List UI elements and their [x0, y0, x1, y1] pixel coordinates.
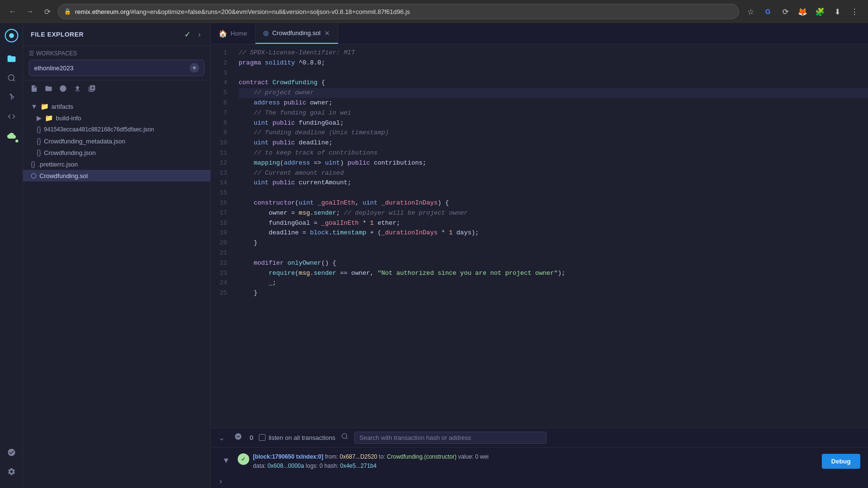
- folder-icon: 📁: [40, 103, 49, 110]
- code-line-16: constructor(uint _goalInEth, uint _durat…: [239, 198, 868, 208]
- code-line-14: uint public currentAmount;: [239, 178, 868, 188]
- tab-home-label: Home: [230, 30, 247, 37]
- svg-point-4: [342, 434, 347, 438]
- tree-item-json-3[interactable]: {} Crowdfunding.json: [23, 147, 210, 158]
- collapse-btn[interactable]: ⌄: [217, 432, 227, 443]
- log-text: [block:1790650 txIndex:0] from: 0x687...…: [253, 452, 489, 471]
- ext-google-btn[interactable]: G: [760, 4, 776, 19]
- tree-item-artifacts[interactable]: ▼ 📁 artifacts: [23, 101, 210, 112]
- file-code-icon-4: {}: [31, 160, 35, 168]
- code-line-2: pragma solidity ^0.8.0;: [239, 58, 868, 68]
- line-num-19: 19: [215, 228, 227, 238]
- sidebar-item-compile[interactable]: [3, 108, 20, 125]
- upload-btn[interactable]: [72, 83, 83, 96]
- code-pragma: pragma: [239, 58, 265, 68]
- line-numbers: 1 2 3 4 5 6 7 8 9 10 11 12 13 14 15 16 1…: [211, 44, 235, 428]
- load-btn[interactable]: [87, 83, 97, 96]
- log-to-label: to:: [379, 453, 387, 460]
- tab-bar: 🏠 Home ◎ Crowdfunding.sol ✕: [211, 23, 868, 44]
- code-line-24: _;: [239, 278, 868, 288]
- svg-point-2: [8, 75, 14, 80]
- remix-logo: [3, 27, 20, 44]
- sidebar-item-git[interactable]: [3, 89, 20, 106]
- code-line-15: [239, 188, 868, 198]
- ext-menu-btn[interactable]: ⋮: [847, 4, 862, 19]
- code-line-8: uint public fundingGoal;: [239, 118, 868, 128]
- log-data-value: 0x608...0000a: [268, 462, 304, 469]
- folder-open-icon: ▼: [31, 103, 38, 110]
- tab-close-btn[interactable]: ✕: [324, 30, 330, 37]
- new-file-btn[interactable]: [29, 83, 39, 96]
- sidebar-item-plugins[interactable]: [3, 444, 20, 461]
- file-tree: ▼ 📁 artifacts ▶ 📁 build-info {} 941543ec…: [23, 99, 210, 488]
- log-value-label: value:: [458, 453, 475, 460]
- ext-btn-1[interactable]: ⟳: [778, 4, 793, 19]
- code-line-13: // Current amount raised: [239, 168, 868, 179]
- ext-metamask-btn[interactable]: 🦊: [795, 4, 810, 19]
- line-num-17: 17: [215, 208, 227, 218]
- search-icon: [341, 433, 348, 442]
- expand-btn[interactable]: ›: [196, 29, 203, 40]
- log-expand-btn[interactable]: ▼: [218, 452, 234, 469]
- tree-item-crowdfunding-sol[interactable]: ⬡ Crowdfunding.sol: [23, 170, 210, 181]
- log-block: [block:1790650 txIndex:0]: [253, 453, 323, 460]
- file-explorer-header: FILE EXPLORER ✓ ›: [23, 23, 210, 46]
- sidebar-item-settings[interactable]: [3, 463, 20, 480]
- search-input[interactable]: [354, 432, 547, 444]
- search-container: [354, 432, 547, 444]
- log-data-label: data:: [253, 462, 268, 469]
- tree-item-json-1-label: 941543eccaa481c882168c76df5dfaec.json: [44, 126, 154, 133]
- tree-item-prettierrc[interactable]: {} .prettierrc.json: [23, 158, 210, 170]
- ext-puzzle-btn[interactable]: 🧩: [812, 4, 828, 19]
- file-toolbar: [23, 80, 210, 99]
- code-line-25: }: [239, 288, 868, 298]
- log-from-label: from:: [325, 453, 340, 460]
- url-bar[interactable]: 🔒 remix.ethereum.org/#lang=en&optimize=f…: [58, 4, 739, 19]
- back-button[interactable]: ←: [6, 5, 19, 18]
- url-text: remix.ethereum.org/#lang=en&optimize=fal…: [75, 8, 410, 15]
- line-num-2: 2: [215, 58, 227, 68]
- log-success-icon: ✓: [238, 453, 249, 465]
- icon-sidebar: [0, 23, 23, 488]
- line-num-15: 15: [215, 188, 227, 198]
- listen-all-container[interactable]: listen on all transactions: [259, 434, 335, 441]
- code-line-6: address public owner;: [239, 98, 868, 108]
- code-line-10: uint public deadline;: [239, 138, 868, 148]
- tab-crowdfunding-sol[interactable]: ◎ Crowdfunding.sol ✕: [255, 23, 338, 44]
- listen-all-checkbox[interactable]: [259, 434, 266, 441]
- clear-btn[interactable]: [232, 432, 244, 443]
- refresh-button[interactable]: ⟳: [40, 5, 54, 18]
- debug-button[interactable]: Debug: [822, 454, 860, 469]
- sidebar-item-deploy[interactable]: [3, 127, 20, 144]
- workspace-badge: ⊕: [190, 63, 199, 73]
- tree-item-prettierrc-label: .prettierrc.json: [38, 161, 77, 168]
- listen-all-label: listen on all transactions: [268, 434, 335, 441]
- workspace-selector[interactable]: ethonline2023 ⊕: [29, 60, 204, 76]
- app-container: FILE EXPLORER ✓ › ☰ WORKSPACES ethonline…: [0, 23, 868, 488]
- ext-download-btn[interactable]: ⬇: [830, 4, 845, 19]
- sidebar-bottom: [3, 444, 20, 484]
- line-num-25: 25: [215, 288, 227, 298]
- confirm-btn[interactable]: ✓: [182, 29, 192, 40]
- git-btn[interactable]: [58, 83, 68, 96]
- sidebar-item-file-explorer[interactable]: [3, 50, 20, 67]
- code-line-3: [239, 68, 868, 78]
- sidebar-top: [3, 27, 20, 442]
- file-code-icon: {}: [37, 126, 41, 133]
- tree-item-build-info[interactable]: ▶ 📁 build-info: [23, 112, 210, 124]
- new-folder-btn[interactable]: [43, 83, 54, 96]
- tree-item-json-2-label: Crowdfunding_metadata.json: [44, 138, 125, 145]
- code-area[interactable]: // SPDX-License-Identifier: MIT pragma s…: [235, 44, 868, 428]
- tree-item-json-2[interactable]: {} Crowdfunding_metadata.json: [23, 135, 210, 147]
- editor-content: 1 2 3 4 5 6 7 8 9 10 11 12 13 14 15 16 1…: [211, 44, 868, 428]
- tab-home[interactable]: 🏠 Home: [211, 23, 255, 44]
- bottom-expand-arrow[interactable]: ›: [211, 475, 868, 488]
- tree-item-json-3-label: Crowdfunding.json: [44, 149, 96, 156]
- forward-button[interactable]: →: [23, 5, 37, 18]
- code-line-9: // funding deadline (Unix timestamp): [239, 128, 868, 138]
- line-num-7: 7: [215, 108, 227, 118]
- code-line-20: }: [239, 238, 868, 248]
- bookmark-btn[interactable]: ☆: [743, 4, 758, 19]
- tree-item-json-1[interactable]: {} 941543eccaa481c882168c76df5dfaec.json: [23, 124, 210, 135]
- sidebar-item-search[interactable]: [3, 69, 20, 87]
